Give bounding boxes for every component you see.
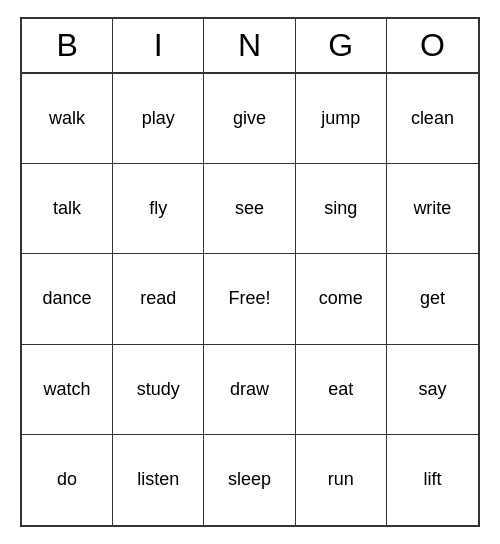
bingo-cell-7[interactable]: see [204, 164, 295, 254]
header-o: O [387, 19, 478, 72]
bingo-cell-22[interactable]: sleep [204, 435, 295, 525]
bingo-cell-9[interactable]: write [387, 164, 478, 254]
header-g: G [296, 19, 387, 72]
bingo-cell-13[interactable]: come [296, 254, 387, 344]
bingo-cell-3[interactable]: jump [296, 74, 387, 164]
bingo-cell-6[interactable]: fly [113, 164, 204, 254]
header-b: B [22, 19, 113, 72]
bingo-cell-12[interactable]: Free! [204, 254, 295, 344]
bingo-cell-14[interactable]: get [387, 254, 478, 344]
bingo-header: B I N G O [22, 19, 478, 74]
bingo-cell-20[interactable]: do [22, 435, 113, 525]
bingo-cell-17[interactable]: draw [204, 345, 295, 435]
bingo-cell-24[interactable]: lift [387, 435, 478, 525]
bingo-cell-1[interactable]: play [113, 74, 204, 164]
bingo-cell-8[interactable]: sing [296, 164, 387, 254]
bingo-cell-5[interactable]: talk [22, 164, 113, 254]
bingo-cell-19[interactable]: say [387, 345, 478, 435]
bingo-cell-15[interactable]: watch [22, 345, 113, 435]
bingo-cell-2[interactable]: give [204, 74, 295, 164]
bingo-cell-21[interactable]: listen [113, 435, 204, 525]
bingo-cell-11[interactable]: read [113, 254, 204, 344]
bingo-cell-0[interactable]: walk [22, 74, 113, 164]
bingo-cell-18[interactable]: eat [296, 345, 387, 435]
header-n: N [204, 19, 295, 72]
bingo-cell-16[interactable]: study [113, 345, 204, 435]
bingo-grid: walkplaygivejumpcleantalkflyseesingwrite… [22, 74, 478, 525]
bingo-card: B I N G O walkplaygivejumpcleantalkflyse… [20, 17, 480, 527]
bingo-cell-4[interactable]: clean [387, 74, 478, 164]
header-i: I [113, 19, 204, 72]
bingo-cell-23[interactable]: run [296, 435, 387, 525]
bingo-cell-10[interactable]: dance [22, 254, 113, 344]
